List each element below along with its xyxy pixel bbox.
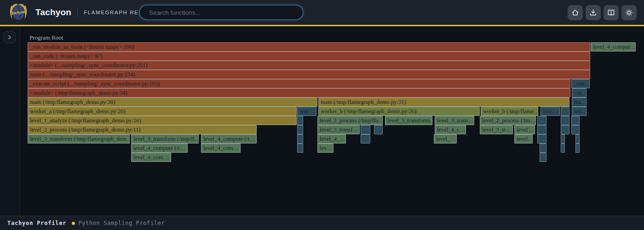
- home-button[interactable]: [568, 5, 583, 20]
- flame-frame[interactable]: worker_a (/tmp/flamegraph_demo.py:20): [28, 107, 297, 116]
- docs-button[interactable]: [604, 5, 619, 20]
- expand-sidebar-button[interactable]: [4, 31, 16, 43]
- flame-frame[interactable]: level_3_transf…: [317, 125, 360, 134]
- flame-frame[interactable]: [537, 116, 546, 125]
- tachyon-logo-icon: Tachyon: [8, 2, 29, 23]
- flame-frame[interactable]: level_4_com…: [201, 144, 241, 153]
- flame-frame[interactable]: lev…: [317, 144, 334, 153]
- flame-frame[interactable]: level_3_tr…: [480, 125, 513, 134]
- flame-frame[interactable]: level_2_process (/tmp/fla…: [317, 116, 383, 125]
- flame-frame[interactable]: _exe…: [571, 79, 590, 88]
- status-dot-icon: [72, 222, 75, 225]
- flame-root-frame[interactable]: Program Root: [29, 33, 63, 42]
- flame-frame[interactable]: worker_b (/tmp/flame…: [481, 107, 538, 116]
- flame-frame[interactable]: [297, 116, 303, 125]
- flame-frame[interactable]: [297, 134, 303, 144]
- flame-frame[interactable]: _execute_script (.../sampling/_sync_coor…: [28, 79, 570, 88]
- flame-frame[interactable]: <m…: [572, 88, 586, 98]
- flame-frame[interactable]: level_3_transform…: [385, 116, 432, 125]
- status-app-name: Tachyon Profiler: [7, 220, 66, 226]
- brightness-icon: [625, 8, 633, 17]
- flame-frame[interactable]: level_4_comput…: [591, 42, 636, 52]
- flame-frame[interactable]: [561, 125, 569, 134]
- header-actions: [568, 5, 637, 20]
- flame-frame[interactable]: [571, 116, 580, 125]
- book-icon: [607, 8, 615, 17]
- download-icon: [589, 8, 598, 17]
- status-bar: Tachyon Profiler Python Sampling Profile…: [0, 216, 644, 230]
- app-header: Tachyon Tachyon FLAMEGRAPH REPORT: [0, 0, 644, 25]
- flame-frame[interactable]: <module> (.../sampling/_sync_coordinator…: [28, 61, 590, 70]
- accent-bar: [0, 25, 644, 26]
- flame-frame[interactable]: level_…: [514, 125, 535, 134]
- flame-frame[interactable]: level_4_com…: [131, 153, 171, 162]
- flame-frame[interactable]: [297, 144, 303, 153]
- flame-frame[interactable]: [297, 125, 303, 134]
- download-button[interactable]: [586, 5, 601, 20]
- flame-frame[interactable]: [561, 134, 565, 144]
- flame-frame[interactable]: level_4_…: [317, 134, 346, 144]
- flame-frame[interactable]: level_4_compute (/t…: [201, 134, 257, 144]
- status-app-description: Python Sampling Profiler: [78, 220, 165, 226]
- flame-frame[interactable]: level_4_c…: [435, 125, 466, 134]
- flame-frame[interactable]: worker_b (/tmp/flamegraph_demo.py:26): [318, 107, 480, 116]
- flame-frame[interactable]: [561, 116, 569, 125]
- flame-frame[interactable]: level_4_compute (/t…: [131, 144, 188, 153]
- flame-frame[interactable]: [575, 134, 580, 144]
- flamegraph: Program Root _run_module_as_main (<froze…: [0, 0, 644, 230]
- flame-frame[interactable]: wor…: [297, 107, 316, 116]
- flame-frame[interactable]: [537, 125, 546, 134]
- flame-frame[interactable]: main (.../sampling/_sync_coordinator.py:…: [28, 70, 590, 79]
- flame-frame[interactable]: [540, 153, 546, 162]
- flame-frame[interactable]: [575, 144, 580, 153]
- flame-frame[interactable]: <module> (/tmp/flamegraph_demo.py:34): [28, 88, 570, 98]
- theme-toggle-button[interactable]: [621, 5, 637, 20]
- flame-frame[interactable]: level_2_process (/tmp/flamegraph_demo.py…: [28, 125, 257, 134]
- flame-frame[interactable]: [571, 125, 580, 134]
- flame-frame[interactable]: wo…: [572, 107, 586, 116]
- flame-frame[interactable]: _run_code (<frozen runpy>:87): [28, 52, 590, 61]
- flame-frame[interactable]: level_2_process (/tm…: [480, 116, 536, 125]
- flame-frame[interactable]: _run_module_as_main (<frozen runpy>:196): [28, 42, 590, 52]
- search-input[interactable]: [139, 5, 304, 20]
- flame-frame[interactable]: ma…: [572, 98, 586, 107]
- app-title: Tachyon: [35, 7, 71, 17]
- flame-frame[interactable]: level…: [514, 134, 533, 144]
- flame-frame[interactable]: main (/tmp/flamegraph_demo.py:30): [28, 98, 317, 107]
- flame-frame[interactable]: level_3_transform (/tmp/fl…: [131, 134, 199, 144]
- flame-frame[interactable]: [374, 125, 383, 134]
- flame-frame[interactable]: level_3_transform (/tmp/flamegraph_dem…: [28, 134, 130, 144]
- flame-frame[interactable]: [540, 144, 546, 153]
- flame-frame[interactable]: [537, 134, 546, 144]
- sidebar-rail: [0, 26, 20, 216]
- home-icon: [571, 8, 580, 17]
- flame-frame[interactable]: main (/tmp/flamegraph_demo.py:31): [318, 98, 569, 107]
- flame-frame[interactable]: level_…: [434, 134, 457, 144]
- header-separator: [77, 8, 78, 17]
- flame-frame[interactable]: [561, 107, 569, 116]
- flame-frame[interactable]: [361, 134, 370, 144]
- flame-frame[interactable]: wor…: [540, 107, 560, 116]
- flame-frame[interactable]: [361, 125, 370, 134]
- chevron-right-icon: [7, 34, 12, 40]
- flame-frame[interactable]: level_1_analyze (/tmp/flamegraph_demo.py…: [28, 116, 297, 125]
- flame-frame[interactable]: level_3_trans…: [435, 116, 474, 125]
- flame-frame[interactable]: [561, 144, 565, 153]
